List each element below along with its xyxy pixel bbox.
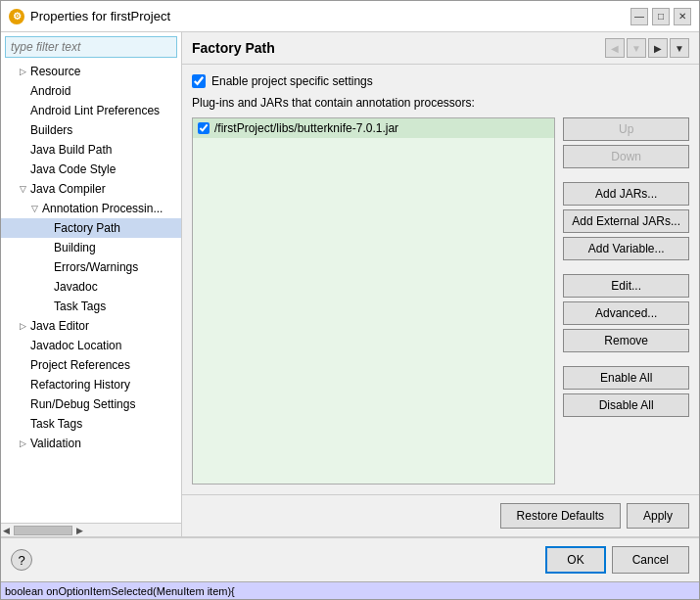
bottom-bar: Restore Defaults Apply: [182, 494, 699, 536]
list-item[interactable]: /firstProject/libs/butterknife-7.0.1.jar: [193, 118, 554, 138]
enable-all-button[interactable]: Enable All: [563, 366, 689, 390]
cancel-button[interactable]: Cancel: [612, 546, 689, 574]
sidebar-item-javadoc-sub[interactable]: Javadoc: [1, 277, 181, 297]
minimize-button[interactable]: —: [630, 8, 648, 25]
window-title: Properties for firstProject: [30, 9, 170, 23]
expander-icon: [17, 418, 28, 430]
expander-icon: [40, 261, 52, 273]
ok-cancel-buttons: OK Cancel: [545, 546, 689, 574]
expander-icon: [17, 163, 28, 175]
sidebar-item-run-debug[interactable]: Run/Debug Settings: [1, 394, 181, 414]
expander-icon: [17, 85, 28, 97]
buttons-panel: Up Down Add JARs... Add External JARs...…: [563, 117, 689, 485]
scroll-left-arrow[interactable]: ◀: [1, 526, 12, 535]
advanced-button[interactable]: Advanced...: [563, 301, 689, 325]
title-bar: ⚙ Properties for firstProject — □ ✕: [1, 1, 699, 32]
sidebar-item-label: Java Code Style: [30, 162, 116, 176]
back-button[interactable]: ◀: [605, 38, 625, 58]
sidebar-item-building[interactable]: Building: [1, 238, 181, 257]
edit-button[interactable]: Edit...: [563, 274, 689, 298]
sidebar-item-label: Task Tags: [30, 417, 82, 431]
sidebar-item-label: Java Editor: [30, 319, 89, 333]
sidebar-item-label: Builders: [30, 123, 72, 137]
enable-settings-row: Enable project specific settings: [192, 74, 689, 88]
sidebar-item-refactoring-history[interactable]: Refactoring History: [1, 375, 181, 394]
properties-window: ⚙ Properties for firstProject — □ ✕ ▷ Re…: [0, 0, 700, 600]
close-button[interactable]: ✕: [674, 8, 691, 25]
sidebar-scrollbar[interactable]: ◀ ▶: [1, 523, 181, 536]
sidebar-item-label: Android Lint Preferences: [30, 104, 160, 117]
restore-defaults-button[interactable]: Restore Defaults: [500, 503, 621, 529]
enable-settings-label: Enable project specific settings: [211, 74, 373, 88]
sidebar-item-label: Java Build Path: [30, 143, 112, 157]
disable-all-button[interactable]: Disable All: [563, 393, 689, 417]
sidebar-item-label: Refactoring History: [30, 378, 130, 392]
scrollbar-thumb[interactable]: [14, 526, 72, 535]
sidebar-item-java-code-style[interactable]: Java Code Style: [1, 160, 181, 179]
expander-icon: ▽: [17, 183, 28, 195]
expander-icon: [17, 398, 28, 410]
list-and-buttons: /firstProject/libs/butterknife-7.0.1.jar…: [192, 117, 689, 485]
expander-icon: [17, 359, 28, 371]
expander-icon: ▷: [17, 66, 28, 77]
sidebar-item-label: Android: [30, 84, 70, 98]
expander-icon: [17, 379, 28, 391]
sidebar-item-annotation-processing[interactable]: ▽ Annotation Processin...: [1, 199, 181, 218]
back-dropdown-button[interactable]: ▼: [627, 38, 646, 58]
sidebar-item-label: Javadoc Location: [30, 339, 121, 352]
sidebar-item-factory-path[interactable]: Factory Path: [1, 218, 181, 238]
add-variable-button[interactable]: Add Variable...: [563, 237, 689, 260]
up-button[interactable]: Up: [563, 117, 689, 141]
sidebar-item-label: Validation: [30, 437, 81, 450]
sidebar-item-errors-warnings[interactable]: Errors/Warnings: [1, 257, 181, 277]
add-external-jars-button[interactable]: Add External JARs...: [563, 209, 689, 233]
sidebar-item-javadoc-location[interactable]: Javadoc Location: [1, 336, 181, 355]
expander-icon: [40, 300, 52, 312]
main-content: ▷ Resource Android Android Lint Preferen…: [1, 32, 699, 536]
ok-button[interactable]: OK: [545, 546, 605, 574]
maximize-button[interactable]: □: [652, 8, 670, 25]
right-content: Enable project specific settings Plug-in…: [182, 65, 699, 494]
apply-button[interactable]: Apply: [627, 503, 689, 529]
filter-input[interactable]: [5, 36, 177, 58]
sidebar-item-label: Factory Path: [54, 221, 120, 235]
forward-button[interactable]: ▶: [648, 38, 668, 58]
sidebar-item-java-build-path[interactable]: Java Build Path: [1, 140, 181, 160]
sidebar-item-label: Javadoc: [54, 280, 98, 294]
sidebar-item-label: Java Compiler: [30, 182, 106, 196]
sidebar-item-label: Project References: [30, 358, 130, 372]
sidebar-item-task-tags[interactable]: Task Tags: [1, 414, 181, 434]
help-button[interactable]: ?: [11, 549, 32, 571]
expander-icon: [17, 124, 28, 136]
expander-icon: [40, 281, 52, 293]
sidebar-item-java-compiler[interactable]: ▽ Java Compiler: [1, 179, 181, 199]
tree-container: ▷ Resource Android Android Lint Preferen…: [1, 62, 181, 523]
bottom-right: Restore Defaults Apply: [500, 503, 689, 529]
sidebar-item-task-tags-sub[interactable]: Task Tags: [1, 297, 181, 316]
window-icon: ⚙: [9, 9, 24, 24]
enable-specific-settings-checkbox[interactable]: [192, 74, 206, 88]
add-jars-button[interactable]: Add JARs...: [563, 182, 689, 206]
jars-list[interactable]: /firstProject/libs/butterknife-7.0.1.jar: [192, 117, 555, 485]
sidebar-item-java-editor[interactable]: ▷ Java Editor: [1, 316, 181, 336]
sidebar-item-label: Resource: [30, 65, 80, 78]
jar-label: /firstProject/libs/butterknife-7.0.1.jar: [214, 121, 398, 135]
panel-title: Factory Path: [192, 40, 275, 56]
expander-icon: [17, 340, 28, 351]
sidebar-item-label: Run/Debug Settings: [30, 397, 135, 411]
nav-arrows: ◀ ▼ ▶ ▼: [605, 38, 689, 58]
right-panel: Factory Path ◀ ▼ ▶ ▼ Enable project spec…: [182, 32, 699, 536]
sidebar-item-project-references[interactable]: Project References: [1, 355, 181, 375]
sidebar-item-builders[interactable]: Builders: [1, 120, 181, 140]
sidebar-item-android[interactable]: Android: [1, 81, 181, 101]
sidebar-item-resource[interactable]: ▷ Resource: [1, 62, 181, 81]
dialog-bottom: ? OK Cancel: [1, 536, 699, 581]
remove-button[interactable]: Remove: [563, 329, 689, 352]
sidebar-item-validation[interactable]: ▷ Validation: [1, 434, 181, 453]
title-bar-left: ⚙ Properties for firstProject: [9, 9, 170, 24]
jar-checkbox[interactable]: [198, 122, 210, 134]
scroll-right-arrow[interactable]: ▶: [74, 526, 85, 535]
sidebar-item-android-lint[interactable]: Android Lint Preferences: [1, 101, 181, 120]
forward-dropdown-button[interactable]: ▼: [670, 38, 689, 58]
down-button[interactable]: Down: [563, 145, 689, 168]
